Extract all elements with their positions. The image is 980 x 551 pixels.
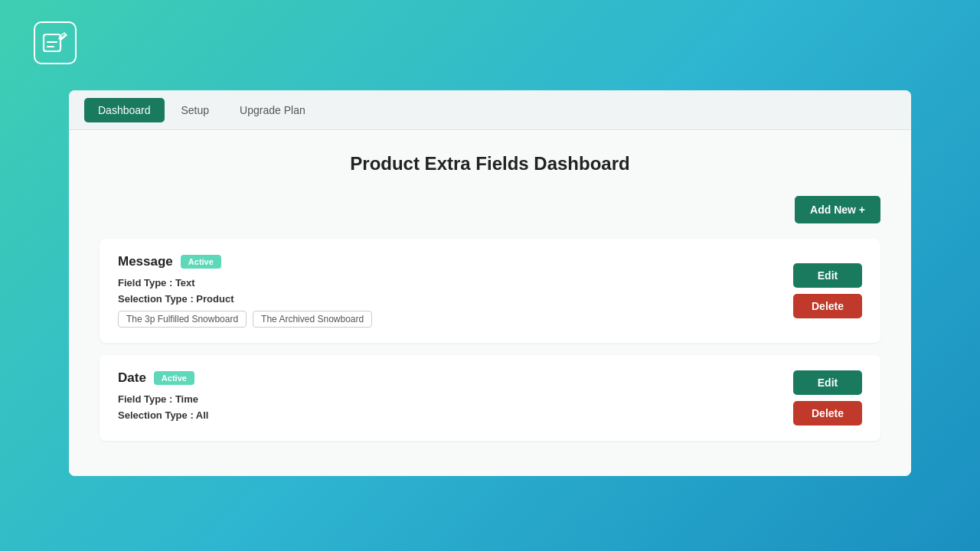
field-type-value-date: Time (175, 393, 198, 405)
status-badge-date: Active (154, 371, 194, 385)
tab-dashboard[interactable]: Dashboard (84, 98, 165, 122)
logo-area (34, 21, 77, 64)
delete-button-date[interactable]: Delete (793, 401, 862, 425)
product-tags-message: The 3p Fulfilled Snowboard The Archived … (118, 311, 793, 328)
add-new-row: Add New + (100, 196, 880, 223)
selection-type-value-date: All (196, 409, 209, 421)
field-name-message: Message (118, 254, 173, 269)
field-name-row-date: Date Active (118, 370, 793, 386)
field-actions-date: Edit Delete (793, 370, 862, 425)
field-type-message: Field Type : Text (118, 277, 793, 289)
tab-upgrade-plan[interactable]: Upgrade Plan (226, 98, 319, 122)
content-area: Product Extra Fields Dashboard Add New +… (69, 130, 911, 476)
field-info-date: Date Active Field Type : Time Selection … (118, 370, 793, 425)
page-title: Product Extra Fields Dashboard (100, 153, 880, 174)
field-card-date: Date Active Field Type : Time Selection … (100, 355, 880, 441)
field-info-message: Message Active Field Type : Text Selecti… (118, 254, 793, 328)
selection-type-label-date: Selection Type : (118, 409, 196, 421)
edit-button-date[interactable]: Edit (793, 370, 862, 395)
product-tag-1: The 3p Fulfilled Snowboard (118, 311, 247, 328)
selection-type-date: Selection Type : All (118, 409, 793, 421)
field-type-label-message: Field Type : (118, 277, 175, 289)
tab-setup[interactable]: Setup (168, 98, 224, 122)
field-actions-message: Edit Delete (793, 263, 862, 318)
add-new-button[interactable]: Add New + (795, 196, 880, 223)
field-type-label-date: Field Type : (118, 393, 175, 405)
status-badge-message: Active (181, 255, 221, 269)
field-type-value-message: Text (175, 277, 195, 289)
selection-type-label-message: Selection Type : (118, 293, 196, 305)
app-logo-icon (34, 21, 77, 64)
field-type-date: Field Type : Time (118, 393, 793, 405)
main-container: Dashboard Setup Upgrade Plan Product Ext… (69, 90, 911, 476)
product-tag-2: The Archived Snowboard (253, 311, 372, 328)
field-name-date: Date (118, 370, 146, 386)
selection-type-message: Selection Type : Product (118, 293, 793, 305)
edit-button-message[interactable]: Edit (793, 263, 862, 288)
field-card-message: Message Active Field Type : Text Selecti… (100, 239, 880, 343)
field-name-row-message: Message Active (118, 254, 793, 269)
selection-type-value-message: Product (196, 293, 234, 305)
delete-button-message[interactable]: Delete (793, 294, 862, 318)
nav-bar: Dashboard Setup Upgrade Plan (69, 90, 911, 130)
